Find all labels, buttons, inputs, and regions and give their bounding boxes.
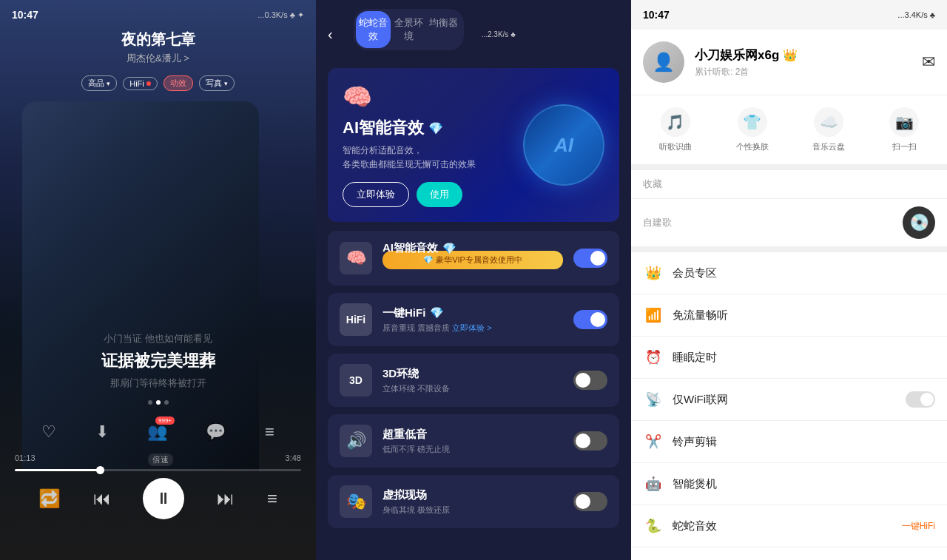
banner-description: 智能分析适配音效， 各类歌曲都能呈现无懈可击的效果 — [343, 144, 604, 172]
virtual-toggle[interactable] — [573, 492, 607, 511]
snake-effect-item[interactable]: 🐍 蛇蛇音效 一键HiFi — [631, 505, 947, 547]
skin-change-label: 个性换肤 — [736, 141, 769, 152]
bass-effect-info: 超重低音 低而不浑 磅无止境 — [382, 428, 563, 455]
brain-icon: 🧠 — [343, 83, 604, 111]
lyrics-prev-line: 小门当证 他也如何能看见 — [15, 332, 301, 345]
next-button[interactable]: ⏭ — [217, 488, 235, 509]
wifi-toggle[interactable] — [906, 391, 935, 408]
try-now-button[interactable]: 立即体验 — [343, 182, 409, 207]
gem-icon: 💎 — [428, 121, 443, 135]
profile-settings-panel: 10:47 ...3.4K/s ♣ 👤 小刀娱乐网x6g 👑 累计听歌: 2首 … — [631, 0, 947, 560]
smart-warmup-icon: 🤖 — [643, 473, 664, 494]
toggle-thumb — [590, 312, 605, 327]
song-recognition-label: 听歌识曲 — [659, 141, 692, 152]
bass-effect-name: 超重低音 — [382, 428, 563, 442]
effect-item-bass: 🔊 超重低音 低而不浑 磅无止境 — [328, 414, 619, 468]
profile-info: 小刀娱乐网x6g 👑 累计听歌: 2首 — [695, 47, 911, 78]
virtual-effect-info: 虚拟现场 身临其境 极致还原 — [382, 488, 563, 516]
badge-hifi[interactable]: HiFi — [123, 77, 158, 90]
ringtone-label: 铃声剪辑 — [673, 435, 935, 449]
hifi-effect-desc: 原音重现 震撼音质 立即体验 > — [382, 323, 563, 334]
use-button[interactable]: 使用 — [417, 182, 462, 207]
song-info: 夜的第七章 周杰伦&潘儿 > — [0, 24, 316, 71]
dot-3 — [164, 400, 169, 405]
toggle-thumb — [576, 373, 590, 388]
current-time: 01:13 — [15, 453, 36, 466]
progress-bar[interactable] — [15, 469, 301, 471]
more-button[interactable]: ≡ — [265, 422, 274, 442]
effect-item-virtual: 🎭 虚拟现场 身临其境 极致还原 — [328, 475, 619, 528]
hifi-try-link[interactable]: 立即体验 > — [452, 323, 491, 332]
vip-label: 会员专区 — [673, 266, 935, 280]
bass-effect-desc: 低而不浑 磅无止境 — [382, 444, 563, 455]
tab-equalizer[interactable]: 均衡器 — [426, 11, 462, 48]
effect-item-ai: 🧠 AI智能音效 💎 💎 豪华VIP专属音效使用中 — [328, 231, 619, 286]
snake-effect-sub: 一键HiFi — [902, 520, 935, 533]
share-button[interactable]: 👥 999+ — [147, 422, 167, 442]
ai-effect-banner: 🧠 AI智能音效 💎 智能分析适配音效， 各类歌曲都能呈现无懈可击的效果 立即体… — [328, 68, 619, 222]
virtual-effect-icon: 🎭 — [340, 485, 372, 518]
shuffle-button[interactable]: 🔁 — [38, 488, 61, 509]
profile-time: 10:47 — [643, 9, 670, 21]
wifi-only-item[interactable]: 📡 仅WiFi联网 — [631, 379, 947, 421]
profile-status: ...3.4K/s ♣ — [897, 10, 935, 19]
play-pause-button[interactable]: ⏸ — [143, 478, 184, 519]
playlist-button[interactable]: ≡ — [267, 488, 277, 509]
tab-snake-effect[interactable]: 蛇蛇音效 — [356, 11, 391, 48]
song-recognition-button[interactable]: 🎵 听歌识曲 — [659, 107, 692, 152]
effects-header: ‹ 蛇蛇音效 全景环境 均衡器 ...2.3K/s ♣ — [316, 0, 631, 68]
dot-2 — [156, 400, 161, 405]
share-count: 999+ — [155, 416, 175, 425]
ringtone-icon: ✂️ — [643, 431, 664, 452]
scan-button[interactable]: 📷 扫一扫 — [889, 107, 919, 152]
total-time: 3:48 — [286, 453, 301, 466]
badge-photo[interactable]: 写真 ▾ — [199, 75, 235, 91]
player-time: 10:47 — [12, 9, 38, 21]
music-player-panel: 10:47 ...0.3K/s ♣ ✦ 夜的第七章 周杰伦&潘儿 > 高品 ▾ … — [0, 0, 316, 560]
effect-item-hifi: HiFi 一键HiFi 💎 原音重现 震撼音质 立即体验 > — [328, 293, 619, 346]
sleep-timer-item[interactable]: ⏰ 睡眠定时 — [631, 337, 947, 379]
listen-stats: 累计听歌: 2首 — [695, 66, 911, 78]
cloud-music-button[interactable]: ☁️ 音乐云盘 — [812, 107, 845, 152]
sleep-timer-icon: ⏰ — [643, 347, 664, 368]
badge-effect[interactable]: 动效 — [164, 75, 193, 91]
song-recognition-icon: 🎵 — [661, 107, 690, 137]
ringtone-item[interactable]: ✂️ 铃声剪辑 — [631, 421, 947, 463]
virtual-effect-name: 虚拟现场 — [382, 488, 563, 502]
tab-panorama[interactable]: 全景环境 — [391, 11, 426, 48]
message-button[interactable]: ✉ — [922, 53, 935, 72]
badge-quality[interactable]: 高品 ▾ — [81, 75, 117, 91]
back-button[interactable]: ‹ — [328, 26, 333, 43]
effects-tab-bar: 蛇蛇音效 全景环境 均衡器 — [354, 9, 464, 50]
ai-effect-toggle[interactable] — [573, 249, 607, 268]
bass-toggle[interactable] — [573, 431, 607, 451]
hifi-toggle[interactable] — [573, 310, 607, 329]
disc-icon: 💿 — [903, 206, 935, 239]
3d-toggle[interactable] — [573, 371, 607, 390]
lyrics-display: 小门当证 他也如何能看见 证据被完美埋葬 那扇门等待终将被打开 — [0, 332, 316, 390]
cloud-music-icon: ☁️ — [814, 107, 843, 137]
ai-effect-icon: 🧠 — [340, 242, 372, 274]
smart-warmup-item[interactable]: 🤖 智能煲机 — [631, 463, 947, 505]
user-avatar[interactable]: 👤 — [643, 41, 684, 83]
like-button[interactable]: ♡ — [41, 422, 56, 442]
skin-change-icon: 👕 — [738, 107, 767, 137]
self-build-label: 自建歌 💿 — [631, 199, 947, 252]
hifi-effect-icon: HiFi — [340, 303, 372, 336]
toggle-thumb — [590, 251, 605, 266]
artist-image — [22, 101, 259, 471]
favorite-section-label: 收藏 — [631, 170, 947, 199]
prev-button[interactable]: ⏮ — [93, 488, 111, 509]
comment-button[interactable]: 💬 — [206, 422, 226, 442]
download-button[interactable]: ⬇ — [95, 422, 109, 442]
vip-menu-item[interactable]: 👑 会员专区 — [631, 252, 947, 294]
free-traffic-item[interactable]: 📶 免流量畅听 — [631, 294, 947, 337]
quick-actions-bar: 🎵 听歌识曲 👕 个性换肤 ☁️ 音乐云盘 📷 扫一扫 — [631, 95, 947, 170]
hifi-music-item[interactable]: 🎵 HiFi音乐 — [631, 547, 947, 560]
skin-change-button[interactable]: 👕 个性换肤 — [736, 107, 769, 152]
speed-button[interactable]: 倍速 — [148, 453, 173, 466]
free-traffic-label: 免流量畅听 — [673, 308, 935, 323]
audio-effects-panel: ‹ 蛇蛇音效 全景环境 均衡器 ...2.3K/s ♣ 🧠 AI智能音效 💎 智… — [316, 0, 631, 560]
page-indicator — [148, 400, 169, 405]
toggle-thumb — [576, 494, 590, 509]
